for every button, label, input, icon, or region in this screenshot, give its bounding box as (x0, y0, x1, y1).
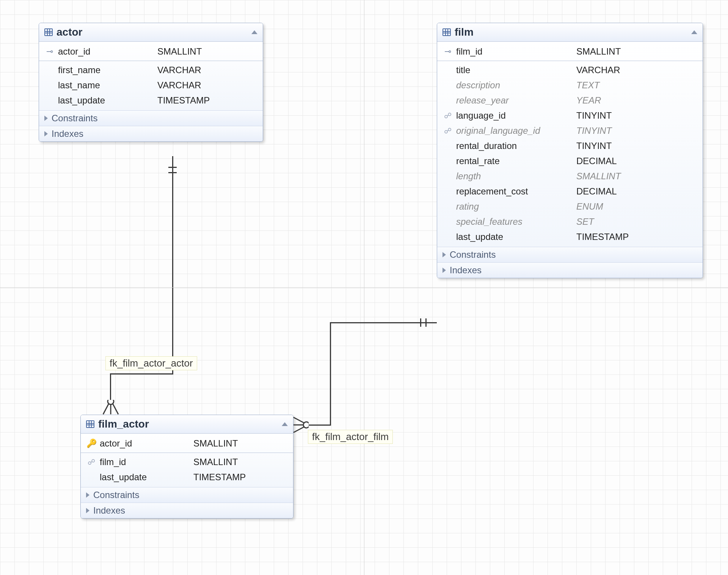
column-row[interactable]: rental_rate DECIMAL (437, 154, 703, 169)
column-name: original_language_id (456, 124, 576, 138)
column-type: SMALLINT (157, 45, 257, 58)
entity-film-indexes[interactable]: Indexes (437, 262, 703, 278)
fk-label-actor[interactable]: fk_film_actor_actor (105, 356, 197, 370)
cardinality-one-tick (168, 167, 177, 168)
column-row[interactable]: 🔑 actor_id SMALLINT (81, 436, 293, 453)
column-name: actor_id (58, 45, 157, 58)
column-type: VARCHAR (576, 63, 697, 77)
column-type: DECIMAL (576, 154, 697, 168)
column-row[interactable]: description TEXT (437, 78, 703, 93)
column-row[interactable]: release_year YEAR (437, 93, 703, 108)
entity-film-actor-title: film_actor (98, 418, 278, 430)
column-name: replacement_cost (456, 185, 576, 198)
fk-icon: ☍ (439, 110, 456, 121)
column-type: SMALLINT (576, 169, 697, 183)
svg-point-0 (108, 400, 114, 404)
column-type: TINYINT (576, 139, 697, 153)
entity-actor-indexes[interactable]: Indexes (39, 126, 263, 141)
column-name: actor_id (100, 437, 193, 450)
column-type: TINYINT (576, 124, 697, 138)
column-type: ENUM (576, 200, 697, 213)
entity-actor-columns: ⊸ actor_id SMALLINT first_name VARCHAR l… (39, 42, 263, 110)
column-name: film_id (100, 455, 193, 469)
column-name: language_id (456, 109, 576, 122)
rel-film-filmactor-line (330, 322, 331, 425)
entity-actor-header[interactable]: actor (39, 23, 263, 42)
chevron-right-icon (44, 131, 48, 136)
column-row[interactable]: title VARCHAR (437, 63, 703, 78)
entity-actor-constraints[interactable]: Constraints (39, 110, 263, 126)
fk-icon: ☍ (83, 456, 100, 468)
pk-icon: ⊸ (439, 45, 456, 58)
column-type: SMALLINT (193, 437, 287, 450)
column-row[interactable]: special_features SET (437, 214, 703, 229)
erd-canvas[interactable]: actor ⊸ actor_id SMALLINT first_name VAR… (0, 0, 728, 575)
entity-film-actor[interactable]: film_actor 🔑 actor_id SMALLINT ☍ film_id… (80, 415, 293, 519)
entity-film-actor-indexes[interactable]: Indexes (81, 503, 293, 518)
entity-film[interactable]: film ⊸ film_id SMALLINT title VARCHAR de… (437, 23, 703, 278)
section-label: Indexes (450, 265, 482, 276)
chevron-right-icon (442, 252, 446, 257)
column-row[interactable]: ☍ original_language_id TINYINT (437, 123, 703, 138)
crowfoot-icon (102, 400, 120, 415)
column-type: TIMESTAMP (576, 230, 697, 244)
fk-label-film[interactable]: fk_film_actor_film (308, 430, 393, 444)
entity-actor[interactable]: actor ⊸ actor_id SMALLINT first_name VAR… (39, 23, 263, 142)
column-name: rating (456, 200, 576, 213)
column-row[interactable]: last_update TIMESTAMP (437, 229, 703, 244)
collapse-icon[interactable] (251, 30, 257, 34)
table-icon (44, 28, 53, 36)
column-type: VARCHAR (157, 78, 257, 92)
column-row[interactable]: length SMALLINT (437, 169, 703, 184)
column-row[interactable]: rental_duration TINYINT (437, 138, 703, 154)
column-name: last_name (58, 78, 157, 92)
column-type: DECIMAL (576, 185, 697, 198)
entity-film-header[interactable]: film (437, 23, 703, 42)
chevron-right-icon (44, 116, 48, 121)
column-row[interactable]: first_name VARCHAR (39, 63, 263, 78)
entity-film-actor-header[interactable]: film_actor (81, 415, 293, 434)
chevron-right-icon (86, 508, 89, 513)
rel-actor-filmactor-line (110, 373, 173, 374)
column-row[interactable]: last_update TIMESTAMP (39, 93, 263, 108)
entity-film-title: film (455, 26, 687, 38)
chevron-right-icon (86, 492, 89, 498)
column-row[interactable]: replacement_cost DECIMAL (437, 184, 703, 199)
entity-film-actor-columns: 🔑 actor_id SMALLINT ☍ film_id SMALLINT l… (81, 434, 293, 487)
column-type: SET (576, 215, 697, 229)
entity-film-constraints[interactable]: Constraints (437, 247, 703, 262)
column-type: SMALLINT (193, 455, 287, 469)
table-icon (442, 28, 451, 36)
column-type: SMALLINT (576, 45, 697, 58)
cardinality-one-tick (425, 318, 427, 327)
collapse-icon[interactable] (691, 30, 697, 34)
pk-fk-icon: 🔑 (83, 437, 100, 450)
column-row[interactable]: ⊸ film_id SMALLINT (437, 44, 703, 61)
column-type: TIMESTAMP (193, 470, 287, 484)
rel-actor-filmactor-line (172, 156, 173, 373)
column-name: special_features (456, 215, 576, 229)
section-label: Indexes (93, 505, 125, 516)
column-row[interactable]: last_update TIMESTAMP (81, 470, 293, 485)
entity-film-actor-constraints[interactable]: Constraints (81, 487, 293, 503)
cardinality-one-tick (420, 318, 421, 327)
section-label: Indexes (52, 128, 83, 139)
column-name: last_update (100, 470, 193, 484)
column-row[interactable]: last_name VARCHAR (39, 78, 263, 93)
column-name: rental_duration (456, 139, 576, 153)
column-name: title (456, 63, 576, 77)
column-name: film_id (456, 45, 576, 58)
collapse-icon[interactable] (282, 422, 288, 426)
cardinality-one-tick (168, 172, 177, 173)
column-row[interactable]: ☍ language_id TINYINT (437, 108, 703, 123)
section-label: Constraints (93, 490, 139, 500)
fk-icon: ☍ (439, 125, 456, 136)
column-type: TIMESTAMP (157, 94, 257, 107)
column-row[interactable]: ⊸ actor_id SMALLINT (39, 44, 263, 61)
column-type: TINYINT (576, 109, 697, 122)
column-type: VARCHAR (157, 63, 257, 77)
entity-film-columns: ⊸ film_id SMALLINT title VARCHAR descrip… (437, 42, 703, 247)
svg-point-1 (303, 422, 309, 428)
column-row[interactable]: ☍ film_id SMALLINT (81, 454, 293, 470)
column-row[interactable]: rating ENUM (437, 199, 703, 214)
